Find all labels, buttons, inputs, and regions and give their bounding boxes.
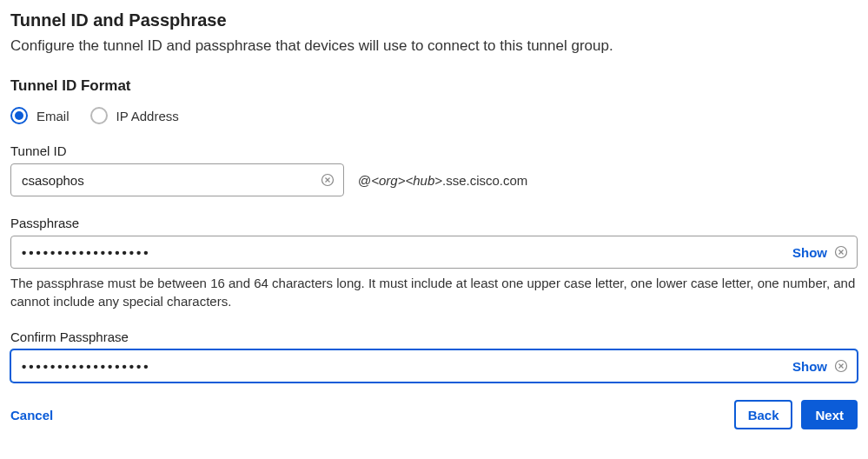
page-title: Tunnel ID and Passphrase: [10, 10, 858, 30]
footer: Cancel Back Next: [10, 400, 858, 429]
show-confirm-passphrase-button[interactable]: Show: [792, 359, 827, 374]
clear-icon[interactable]: [834, 359, 848, 373]
tunnel-id-label: Tunnel ID: [10, 143, 858, 158]
passphrase-label: Passphrase: [10, 216, 858, 230]
tunnel-id-format-group: Email IP Address: [10, 107, 858, 124]
confirm-passphrase-label: Confirm Passphrase: [10, 329, 858, 344]
confirm-passphrase-input-wrap: Show: [10, 349, 858, 382]
passphrase-helper: The passphrase must be between 16 and 64…: [10, 274, 858, 310]
clear-icon[interactable]: [321, 173, 335, 187]
radio-email-label: Email: [36, 109, 70, 123]
tunnel-id-input[interactable]: [11, 164, 343, 196]
passphrase-input-wrap: Show: [10, 236, 858, 269]
passphrase-input[interactable]: [11, 236, 857, 268]
next-button[interactable]: Next: [801, 400, 858, 429]
radio-ip-label: IP Address: [116, 109, 179, 123]
radio-email[interactable]: Email: [10, 107, 70, 124]
show-passphrase-button[interactable]: Show: [792, 245, 827, 260]
tunnel-id-input-wrap: [10, 163, 344, 196]
tunnel-id-format-heading: Tunnel ID Format: [10, 77, 858, 95]
radio-circle-icon: [10, 107, 28, 124]
page-description: Configure the tunnel ID and passphrase t…: [10, 37, 858, 55]
clear-icon[interactable]: [834, 245, 848, 259]
tunnel-id-suffix: @<org><hub>.sse.cisco.com: [358, 173, 527, 188]
confirm-passphrase-input[interactable]: [11, 350, 857, 382]
radio-circle-icon: [90, 107, 108, 124]
back-button[interactable]: Back: [734, 400, 793, 429]
radio-ip-address[interactable]: IP Address: [90, 107, 179, 124]
cancel-button[interactable]: Cancel: [10, 408, 53, 422]
